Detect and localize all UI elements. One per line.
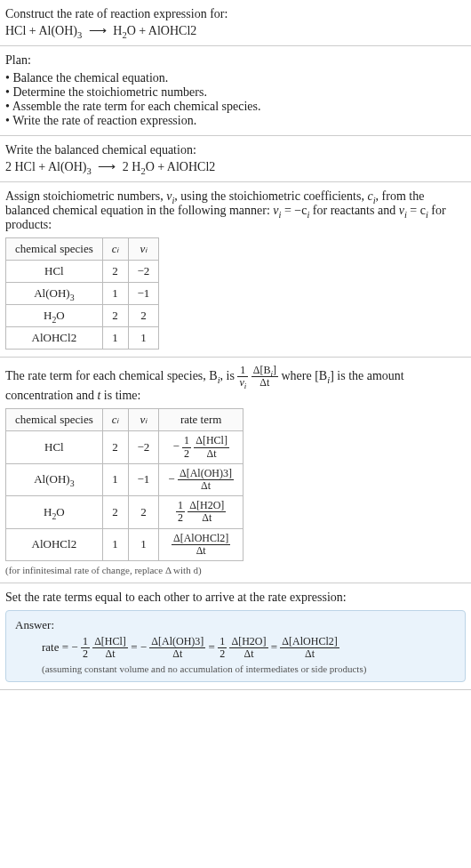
num: 1 [176,500,185,512]
half-frac: 12 [81,636,90,660]
txt: is time: [100,389,140,402]
num: Δ[AlOHCl2] [172,533,230,545]
table-header-row: chemical species cᵢ νᵢ rate term [6,409,243,431]
plan-item: Determine the stoichiometric numbers. [5,85,466,100]
delta-frac: Δ[HCl]Δt [194,435,229,459]
th-species: chemical species [6,409,103,431]
sp: HCl [44,264,64,277]
table-row: HCl 2 −2 − 12 Δ[HCl]Δt [6,431,243,463]
cell-species: Al(OH)3 [6,463,103,495]
sp: Al(OH) [34,286,69,300]
delta-frac: Δ[H2O]Δt [229,636,267,660]
cell-species: HCl [6,431,103,463]
eq-rhs-b: O + AlOHCl2 [127,24,197,37]
bal-rhs-a: 2 H [123,160,141,173]
den: Δt [229,648,267,660]
den: νi [237,377,248,389]
cell-vi: −1 [128,463,159,495]
sub: 3 [70,478,75,488]
num: Δ[Al(OH)3] [149,636,205,648]
th-ci: cᵢ [102,409,128,431]
table-row: AlOHCl2 1 1 Δ[AlOHCl2]Δt [6,528,243,560]
cell-species: H2O [6,496,103,528]
delta-frac: Δ[AlOHCl2]Δt [172,533,230,557]
prompt-title: Construct the rate of reaction expressio… [5,7,466,21]
stoich-section: Assign stoichiometric numbers, νi, using… [0,182,471,358]
coef-frac: 12 [182,435,191,459]
eq-lhs: HCl + Al(OH) [5,24,77,37]
eq: = [271,640,281,654]
num: 1 [81,636,90,648]
rate-term-intro: The rate term for each chemical species,… [5,365,466,403]
num: Δ[HCl] [92,636,128,648]
cell-ci: 2 [102,261,128,283]
sp-after: O [56,505,64,518]
den: 2 [81,648,90,660]
txt: where [B [282,369,328,382]
sp: HCl [44,440,64,454]
delta-frac: Δ[AlOHCl2]Δt [280,636,339,660]
txt: for reactants and [309,204,398,217]
cell-vi: 1 [128,528,159,560]
cell-vi: 1 [128,327,159,350]
unbalanced-equation: HCl + Al(OH)3 ⟶ H2O + AlOHCl2 [5,23,466,38]
neg: − [71,640,77,654]
txt: , is [220,369,238,382]
plan-item: Write the rate of reaction expression. [5,114,466,128]
frac-one-over-nu: 1 νi [237,365,248,389]
neg: − [168,471,174,485]
answer-title: Set the rate terms equal to each other t… [5,591,466,605]
cell-vi: −2 [128,261,159,283]
cell-species: AlOHCl2 [6,327,103,350]
rate-expression: rate = − 12 Δ[HCl]Δt = − Δ[Al(OH)3]Δt = … [42,636,456,660]
den: Δt [172,545,230,557]
coef-frac: 12 [176,500,185,524]
th-rate: rate term [159,409,243,431]
cell-ci: 2 [102,431,128,463]
bal-sub1: 3 [87,166,92,176]
bal-rhs-b: O + AlOHCl2 [146,160,216,173]
cell-ci: 2 [102,305,128,327]
eq: = [131,640,140,654]
cell-rate: − 12 Δ[HCl]Δt [159,431,243,463]
prompt-section: Construct the rate of reaction expressio… [0,0,471,46]
balanced-equation: 2 HCl + Al(OH)3 ⟶ 2 H2O + AlOHCl2 [5,159,466,174]
plan-section: Plan: Balance the chemical equation. Det… [0,46,471,136]
cell-rate: − Δ[Al(OH)3]Δt [159,463,243,495]
dt: Δt [259,376,269,389]
txt: ] [273,364,276,376]
answer-section: Set the rate terms equal to each other t… [0,583,471,690]
txt: The rate term for each chemical species,… [5,369,218,382]
th-species: chemical species [6,238,103,261]
txt: , using the stoichiometric coefficients, [174,189,367,203]
cell-rate: Δ[AlOHCl2]Δt [159,528,243,560]
cell-vi: 2 [128,496,159,528]
num: Δ[H2O] [229,636,267,648]
rate-term-table: chemical species cᵢ νᵢ rate term HCl 2 −… [5,408,243,561]
infinitesimal-note: (for infinitesimal rate of change, repla… [5,565,466,575]
sub-i: i [244,382,247,391]
plan-list: Balance the chemical equation. Determine… [5,71,466,128]
cell-vi: −2 [128,431,159,463]
den: 2 [176,512,185,524]
den: Δt [178,480,234,492]
plan-item: Assemble the rate term for each chemical… [5,100,466,114]
cell-ci: 2 [102,496,128,528]
plan-item: Balance the chemical equation. [5,71,466,85]
delta-frac: Δ[Al(OH)3]Δt [178,468,234,492]
txt: Assign stoichiometric numbers, [5,189,166,203]
arrow-icon: ⟶ [98,159,116,174]
bal-lhs: 2 HCl + Al(OH) [5,160,87,173]
num: Δ[H2O] [188,500,226,512]
table-row: H2O 2 2 [6,305,159,327]
den: Δt [188,512,226,524]
sp: Al(OH) [34,472,69,486]
txt: = −c [281,204,307,217]
den: Δt [194,448,229,460]
cell-vi: 2 [128,305,159,327]
sub: 3 [70,293,75,302]
sp: AlOHCl2 [32,331,77,344]
cell-species: AlOHCl2 [6,528,103,560]
balanced-section: Write the balanced chemical equation: 2 … [0,136,471,182]
table-header-row: chemical species cᵢ νᵢ [6,238,159,261]
